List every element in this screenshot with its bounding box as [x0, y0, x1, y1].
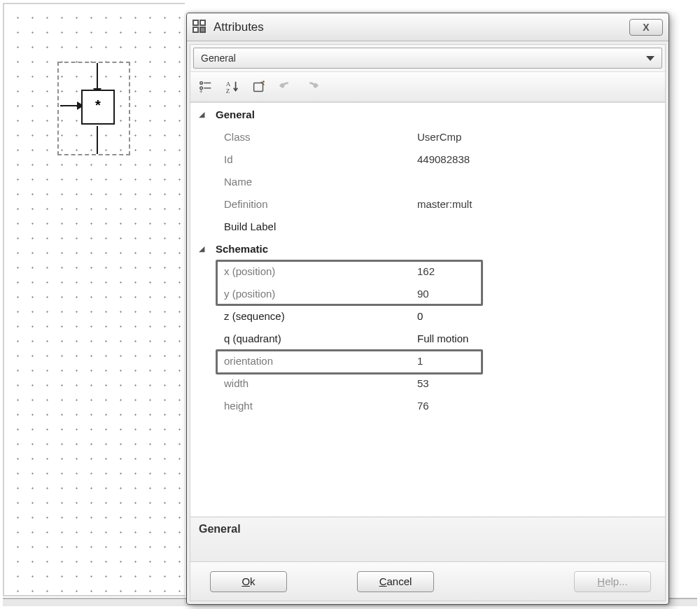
help-rest: elp...: [605, 575, 628, 587]
dialog-client: General + A Z: [190, 44, 666, 601]
group-schematic[interactable]: ◢ Schematic: [190, 237, 665, 260]
prop-z-sequence[interactable]: z (sequence) 0: [190, 304, 665, 327]
svg-point-0: [200, 82, 203, 85]
prop-name[interactable]: Name: [190, 170, 665, 192]
schematic-canvas[interactable]: *: [3, 3, 185, 596]
prop-orientation[interactable]: orientation 1: [190, 349, 665, 372]
multiplier-block[interactable]: *: [81, 90, 115, 125]
cancel-mnemonic: C: [379, 575, 387, 587]
prop-width[interactable]: width 53: [190, 372, 665, 394]
dialog-button-bar: Ok Cancel Help...: [190, 561, 665, 601]
chevron-down-icon: [646, 56, 654, 61]
selection-marquee: *: [57, 62, 130, 155]
output-port-bottom: [97, 126, 98, 154]
property-toolbar: + A Z: [190, 71, 665, 102]
category-combo-value: General: [201, 52, 236, 64]
svg-text:Z: Z: [226, 88, 230, 94]
prop-height[interactable]: height 76: [190, 394, 665, 416]
ok-rest: k: [250, 575, 255, 587]
prop-y-position[interactable]: y (position) 90: [190, 282, 665, 304]
group-general[interactable]: ◢ General: [190, 103, 665, 125]
attributes-dialog: Attributes X General + A Z: [186, 13, 669, 605]
help-mnemonic: H: [597, 575, 605, 587]
description-title: General: [199, 523, 241, 535]
cancel-rest: ancel: [386, 575, 412, 587]
collapse-icon[interactable]: ◢: [196, 244, 207, 253]
close-button[interactable]: X: [629, 19, 663, 36]
prop-definition[interactable]: Definition master:mult: [190, 192, 665, 215]
window-icon: [192, 20, 208, 35]
categorize-button[interactable]: +: [196, 77, 216, 97]
prop-class[interactable]: Class UserCmp: [190, 125, 665, 148]
svg-point-8: [262, 80, 265, 83]
redo-button: [302, 77, 322, 97]
ok-button[interactable]: Ok: [210, 571, 287, 592]
prop-q-quadrant[interactable]: q (quadrant) Full motion: [190, 327, 665, 349]
svg-rect-7: [254, 83, 263, 92]
category-combo[interactable]: General: [193, 48, 662, 69]
block-symbol: *: [95, 97, 101, 113]
titlebar[interactable]: Attributes X: [187, 13, 668, 41]
window-title: Attributes: [214, 20, 629, 34]
svg-text:+: +: [200, 89, 203, 94]
help-button: Help...: [574, 571, 651, 592]
description-panel: General: [190, 517, 665, 561]
collapse-icon[interactable]: ◢: [196, 110, 207, 119]
prop-id[interactable]: Id 449082838: [190, 148, 665, 170]
input-port-top: [97, 63, 98, 91]
undo-button: [276, 77, 295, 97]
cancel-button[interactable]: Cancel: [357, 571, 434, 592]
property-grid[interactable]: ◢ General Class UserCmp Id 449082838 Nam…: [190, 102, 665, 517]
sort-az-button[interactable]: A Z: [223, 77, 242, 97]
ok-mnemonic: O: [241, 575, 250, 587]
property-pages-button[interactable]: [249, 77, 269, 97]
prop-build-label[interactable]: Build Label: [190, 215, 665, 237]
svg-text:A: A: [226, 80, 231, 88]
prop-x-position[interactable]: x (position) 162: [190, 260, 665, 282]
close-icon: X: [643, 22, 649, 33]
